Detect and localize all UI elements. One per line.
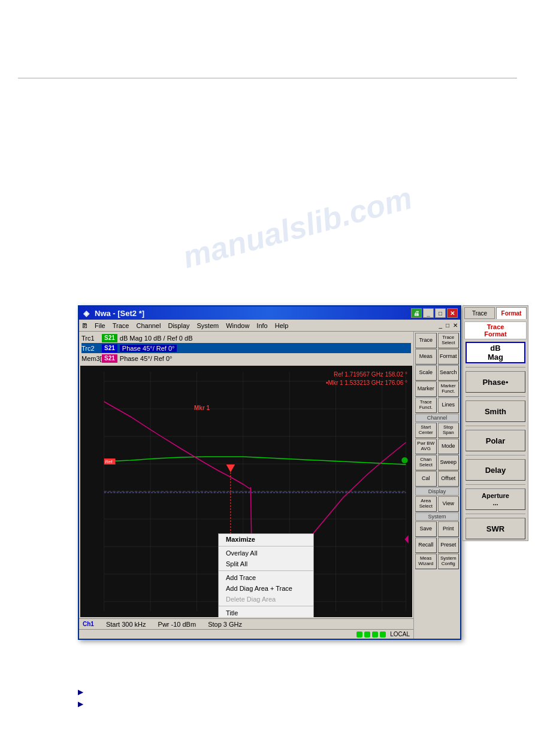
marker-ref-line: Ref 1.719567 GHz 158.02 ° xyxy=(326,371,407,379)
menu-channel[interactable]: Channel xyxy=(133,321,164,330)
sb-btn-format[interactable]: Format xyxy=(438,349,460,365)
sb-btn-system-config[interactable]: SystemConfig xyxy=(438,554,460,569)
trace-row-trc1[interactable]: Trc1 S21 dB Mag 10 dB / Ref 0 dB xyxy=(81,333,411,343)
window-ctrl-close[interactable]: ✕ xyxy=(453,322,458,329)
menu-display[interactable]: Display xyxy=(165,321,192,330)
sb-btn-meas-wizard[interactable]: MeasWizard xyxy=(415,554,437,569)
sb-row-cal-offset: Cal Offset xyxy=(415,471,459,487)
trace-info-mem3: Phase 45°/ Ref 0° xyxy=(120,355,173,362)
fp-btn-delay[interactable]: Delay xyxy=(466,459,525,481)
sb-btn-search[interactable]: Search xyxy=(438,365,460,381)
menu-trace[interactable]: Trace xyxy=(110,321,132,330)
sb-btn-view[interactable]: View xyxy=(438,496,460,512)
right-sidebar: Trace TraceSelect Meas Format Scale Sear… xyxy=(413,332,460,639)
sb-btn-stop-span[interactable]: StopSpan xyxy=(438,423,460,438)
sb-btn-marker[interactable]: Marker xyxy=(415,381,437,397)
window-ctrl-min[interactable]: _ xyxy=(439,322,442,329)
sb-btn-save[interactable]: Save xyxy=(415,521,437,537)
app-icon: ◈ xyxy=(81,308,91,318)
ctx-maximize[interactable]: Maximize xyxy=(219,534,313,545)
sb-row-area-view: AreaSelect View xyxy=(415,496,459,512)
ctx-sep-2 xyxy=(219,570,313,571)
led-2 xyxy=(364,631,370,637)
sb-btn-meas[interactable]: Meas xyxy=(415,349,437,365)
format-panel: Trace Format TraceFormat dBMag Phase ● S… xyxy=(463,305,528,541)
fp-sep-2 xyxy=(466,396,525,397)
sb-btn-lines[interactable]: Lines xyxy=(438,397,460,413)
window-ctrl-max[interactable]: □ xyxy=(446,322,449,329)
bullet-row-1: ▶ xyxy=(78,688,87,696)
fp-tab-format[interactable]: Format xyxy=(496,307,527,319)
sb-btn-mode[interactable]: Mode xyxy=(438,439,460,454)
status-pwr: Pwr -10 dBm xyxy=(158,621,197,628)
trace-row-mem3[interactable]: Mem3[Trc2] S21 Phase 45°/ Ref 0° xyxy=(81,353,411,363)
svg-text:Ref: Ref xyxy=(105,460,112,464)
marker-info: Ref 1.719567 GHz 158.02 ° •Mkr 1 1.53321… xyxy=(326,371,407,387)
watermark: manualslib.com xyxy=(179,180,416,275)
ctx-split-all[interactable]: Split All xyxy=(219,558,313,569)
sb-btn-trace[interactable]: Trace xyxy=(415,333,437,348)
fp-btn-swr[interactable]: SWR xyxy=(466,518,525,539)
app-window: ◈ Nwa - [Set2 *] 🖨 _ □ ✕ 🖹 File Trace Ch… xyxy=(78,305,461,640)
ctx-add-trace[interactable]: Add Trace xyxy=(219,572,313,583)
trace-info-trc2: Phase 45°/ Ref 0° xyxy=(120,345,177,352)
sb-btn-cal[interactable]: Cal xyxy=(415,471,437,487)
menu-info[interactable]: Info xyxy=(253,321,270,330)
sb-btn-sweep[interactable]: Sweep xyxy=(438,455,460,470)
trace-header: Trc1 S21 dB Mag 10 dB / Ref 0 dB Trc2 S2… xyxy=(79,332,413,365)
print-button[interactable]: 🖨 xyxy=(411,308,422,318)
ctx-add-diag[interactable]: Add Diag Area + Trace xyxy=(219,583,313,594)
trace-badge-trc2: S21 xyxy=(102,344,117,353)
sb-btn-trace-funct[interactable]: TraceFunct. xyxy=(415,397,437,413)
sb-btn-chan-select[interactable]: ChanSelect xyxy=(415,455,437,470)
ctx-overlay-all[interactable]: Overlay All xyxy=(219,548,313,558)
top-divider xyxy=(18,78,517,78)
menu-help[interactable]: Help xyxy=(272,321,292,330)
window-title: Nwa - [Set2 *] xyxy=(95,309,411,318)
marker-mkr-line: •Mkr 1 1.533213 GHz 176.06 ° xyxy=(326,379,407,387)
minimize-button[interactable]: _ xyxy=(423,308,434,318)
chart-area[interactable]: 189 144 99 54 0 -36 -81 -126 -171 xyxy=(80,366,412,617)
sb-row-start-stop: StartCenter StopSpan xyxy=(415,423,459,438)
main-content: Trc1 S21 dB Mag 10 dB / Ref 0 dB Trc2 S2… xyxy=(79,332,460,639)
sb-row-tracefunct-lines: TraceFunct. Lines xyxy=(415,397,459,413)
sb-btn-area-select[interactable]: AreaSelect xyxy=(415,496,437,512)
fp-btn-smith[interactable]: Smith xyxy=(466,400,525,422)
fp-btn-polar[interactable]: Polar xyxy=(466,430,525,451)
fp-btn-aperture[interactable]: Aperture... xyxy=(466,488,525,510)
sb-btn-pwr-bw-avg[interactable]: Pwr BWAVG xyxy=(415,439,437,454)
marker-label-text: Mkr 1 xyxy=(194,405,210,411)
sb-btn-trace-select[interactable]: TraceSelect xyxy=(438,333,460,348)
bullet-row-2: ▶ xyxy=(78,700,87,708)
sb-btn-offset[interactable]: Offset xyxy=(438,471,460,487)
trace-id-trc2: Trc2 xyxy=(81,345,99,352)
fp-btn-phase[interactable]: Phase ● xyxy=(466,371,525,393)
sb-btn-scale[interactable]: Scale xyxy=(415,365,437,381)
trace-row-trc2[interactable]: Trc2 S21 Phase 45°/ Ref 0° xyxy=(81,343,411,353)
maximize-button[interactable]: □ xyxy=(435,308,446,318)
bullet-arrow-2: ▶ xyxy=(78,700,83,708)
bottom-bar: LOCAL xyxy=(79,629,413,639)
window-controls: 🖨 _ □ ✕ xyxy=(411,308,458,318)
menu-system[interactable]: System xyxy=(194,321,222,330)
sb-btn-recall[interactable]: Recall xyxy=(415,538,437,553)
context-menu: Maximize Overlay All Split All Add Trace… xyxy=(218,533,314,617)
bullet-section: ▶ ▶ xyxy=(78,684,87,708)
menu-window[interactable]: Window xyxy=(223,321,252,330)
sb-section-system: System xyxy=(415,512,459,521)
fp-btn-db-mag[interactable]: dBMag xyxy=(466,342,525,363)
sb-btn-start-center[interactable]: StartCenter xyxy=(415,423,437,438)
fp-tab-trace[interactable]: Trace xyxy=(464,307,495,319)
sb-row-pwrbw-mode: Pwr BWAVG Mode xyxy=(415,439,459,454)
sb-btn-print[interactable]: Print xyxy=(438,521,460,537)
trace-badge-trc1: S21 xyxy=(102,334,117,342)
close-button[interactable]: ✕ xyxy=(447,308,458,318)
title-bar: ◈ Nwa - [Set2 *] 🖨 _ □ ✕ xyxy=(79,306,460,320)
menu-file[interactable]: File xyxy=(92,321,108,330)
left-panel: Trc1 S21 dB Mag 10 dB / Ref 0 dB Trc2 S2… xyxy=(79,332,413,639)
sb-btn-preset[interactable]: Preset xyxy=(438,538,460,553)
fp-sep-3 xyxy=(466,426,525,426)
ctx-title[interactable]: Title xyxy=(219,608,313,617)
sb-btn-marker-funct[interactable]: MarkerFunct. xyxy=(438,381,460,397)
fp-sep-4 xyxy=(466,455,525,456)
